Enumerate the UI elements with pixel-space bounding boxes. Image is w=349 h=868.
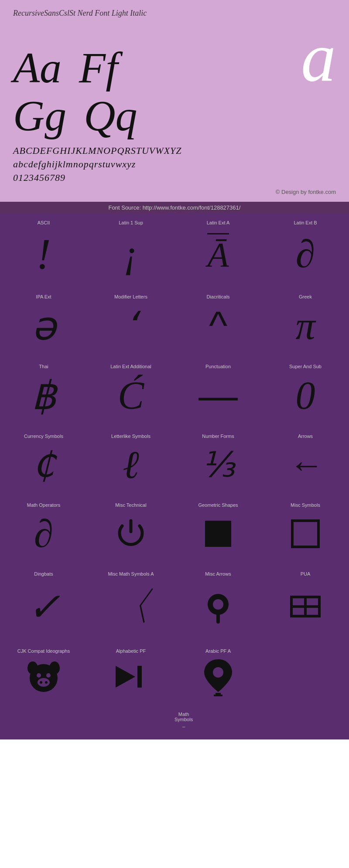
symbol-number-forms: ⅓ bbox=[201, 442, 235, 487]
symbol-modifier-letters: ʻ bbox=[125, 303, 137, 349]
label-math-symbols: Math Symbols _ bbox=[174, 712, 193, 727]
label-latin-ext-b: Latin Ext B bbox=[294, 220, 317, 225]
cell-misc-math-a: Misc Math Symbols A 〈 bbox=[87, 565, 174, 642]
symbol-currency-symbols: ₵ bbox=[33, 442, 55, 487]
svg-point-17 bbox=[45, 681, 48, 684]
cell-thai: Thai ฿ bbox=[0, 357, 87, 427]
power-icon bbox=[113, 516, 148, 551]
alphabet-section: ABCDEFGHIJKLMNOPQRSTUVWXYZ abcdefghijklm… bbox=[13, 140, 336, 186]
label-latin-ext-a: Latin Ext A bbox=[207, 220, 230, 225]
cell-punctuation: Punctuation — bbox=[174, 357, 262, 427]
symbol-misc-math-a: 〈 bbox=[111, 580, 151, 633]
sample-gg: Gg bbox=[13, 92, 66, 140]
label-arabic-pf-a: Arabic PF A bbox=[205, 648, 231, 654]
cell-geometric-shapes: Geometric Shapes bbox=[174, 496, 262, 565]
cell-math-symbols: Math Symbols _ bbox=[0, 705, 197, 739]
symbol-dingbats: ✓ bbox=[27, 580, 60, 633]
symbol-misc-arrows bbox=[201, 580, 236, 633]
top-section: RecursiveSansCslSt Nerd Font Light Itali… bbox=[0, 0, 349, 202]
symbol-ipa-ext: ə bbox=[32, 303, 56, 349]
skip-forward-icon bbox=[113, 659, 148, 694]
label-math-operators: Math Operators bbox=[27, 502, 60, 508]
cell-latin1sup: Latin 1 Sup ¡ bbox=[87, 214, 174, 288]
cell-dingbats: Dingbats ✓ bbox=[0, 565, 87, 642]
symbol-letterlike-symbols: ℓ bbox=[123, 442, 139, 487]
symbol-thai: ฿ bbox=[31, 373, 56, 418]
label-modifier-letters: Modifier Letters bbox=[114, 294, 147, 299]
cell-latin-ext-a: Latin Ext A Ā bbox=[174, 214, 262, 288]
symbol-punctuation: — bbox=[198, 373, 238, 418]
svg-marker-18 bbox=[116, 666, 135, 688]
symbol-latin-ext-b: ∂ bbox=[296, 229, 315, 279]
svg-rect-22 bbox=[214, 695, 222, 696]
grid-row-3: Thai ฿ Latin Ext Additional Ć Punctuatio… bbox=[0, 357, 349, 427]
grid-row-6: Dingbats ✓ Misc Math Symbols A 〈 Misc Ar… bbox=[0, 565, 349, 642]
cell-misc-technical: Misc Technical bbox=[87, 496, 174, 565]
svg-point-15 bbox=[38, 678, 50, 687]
cell-misc-symbols: Misc Symbols bbox=[262, 496, 349, 565]
cell-letterlike-symbols: Letterlike Symbols ℓ bbox=[87, 427, 174, 496]
svg-point-14 bbox=[46, 673, 51, 678]
alphabet-lower: abcdefghijklmnopqrstuvwxyz bbox=[13, 158, 336, 171]
label-cjk-compat: CJK Compat Ideographs bbox=[17, 648, 70, 654]
label-diacriticals: Diacriticals bbox=[206, 294, 229, 299]
cell-super-and-sub: Super And Sub 0 bbox=[262, 357, 349, 427]
symbol-alphabetic-pf bbox=[113, 657, 148, 696]
location-circle-icon bbox=[201, 589, 236, 624]
cell-arrows: Arrows ← bbox=[262, 427, 349, 496]
svg-rect-1 bbox=[292, 521, 318, 547]
symbol-greek: π bbox=[295, 303, 315, 349]
grid-section: ASCII ! Latin 1 Sup ¡ Latin Ext A Ā Lati… bbox=[0, 214, 349, 739]
cell-ipa-ext: IPA Ext ə bbox=[0, 288, 87, 357]
label-super-and-sub: Super And Sub bbox=[289, 364, 322, 369]
sample-qq: Qq bbox=[84, 92, 137, 140]
svg-point-3 bbox=[213, 599, 223, 610]
cell-pua: PUA bbox=[262, 565, 349, 642]
svg-point-13 bbox=[37, 673, 41, 678]
svg-rect-0 bbox=[205, 521, 231, 547]
cell-ascii: ASCII ! bbox=[0, 214, 87, 288]
sample-aa: Aa bbox=[13, 44, 62, 92]
pua-icon bbox=[288, 589, 323, 624]
cell-diacriticals: Diacriticals ^ bbox=[174, 288, 262, 357]
label-thai: Thai bbox=[39, 364, 48, 369]
symbol-arrows: ← bbox=[288, 442, 323, 487]
map-pin-icon bbox=[201, 657, 236, 696]
label-pua: PUA bbox=[301, 571, 311, 576]
symbol-math-operators: ∂ bbox=[34, 511, 53, 556]
label-ipa-ext: IPA Ext bbox=[36, 294, 51, 299]
cell-number-forms: Number Forms ⅓ bbox=[174, 427, 262, 496]
font-title: RecursiveSansCslSt Nerd Font Light Itali… bbox=[13, 9, 336, 18]
grid-row-1: ASCII ! Latin 1 Sup ¡ Latin Ext A Ā Lati… bbox=[0, 214, 349, 288]
symbol-misc-technical bbox=[113, 511, 148, 556]
label-latin1sup: Latin 1 Sup bbox=[119, 220, 143, 225]
label-currency-symbols: Currency Symbols bbox=[24, 434, 63, 439]
pig-icon bbox=[24, 657, 63, 696]
label-geometric-shapes: Geometric Shapes bbox=[198, 502, 238, 508]
font-source-label: Font Source: http://www.fontke.com/font/… bbox=[109, 204, 241, 211]
svg-point-16 bbox=[40, 681, 42, 684]
cell-latin-ext-b: Latin Ext B ∂ bbox=[262, 214, 349, 288]
label-ascii: ASCII bbox=[38, 220, 50, 225]
grid-row-8: Math Symbols _ bbox=[0, 705, 349, 739]
cell-greek: Greek π bbox=[262, 288, 349, 357]
sample-a-white: a bbox=[301, 22, 336, 92]
digits: 0123456789 bbox=[13, 171, 336, 185]
symbol-misc-symbols bbox=[290, 511, 321, 556]
svg-point-12 bbox=[49, 661, 60, 675]
symbol-latin-ext-a: Ā bbox=[207, 229, 229, 279]
cell-alphabetic-pf: Alphabetic PF bbox=[87, 642, 174, 705]
square-filled-icon bbox=[203, 519, 233, 549]
grid-row-7: CJK Compat Ideographs bbox=[0, 642, 349, 705]
font-source-bar: Font Source: http://www.fontke.com/font/… bbox=[0, 202, 349, 214]
cell-math-operators: Math Operators ∂ bbox=[0, 496, 87, 565]
symbol-geometric-shapes bbox=[203, 511, 233, 556]
label-alphabetic-pf: Alphabetic PF bbox=[116, 648, 146, 654]
symbol-super-and-sub: 0 bbox=[296, 373, 315, 418]
svg-point-11 bbox=[27, 661, 38, 675]
svg-rect-9 bbox=[304, 596, 307, 617]
cell-arabic-pf-a: Arabic PF A bbox=[174, 642, 262, 705]
grid-row-5: Math Operators ∂ Misc Technical Geometri… bbox=[0, 496, 349, 565]
label-misc-math-a: Misc Math Symbols A bbox=[108, 571, 154, 576]
svg-rect-19 bbox=[137, 666, 142, 688]
